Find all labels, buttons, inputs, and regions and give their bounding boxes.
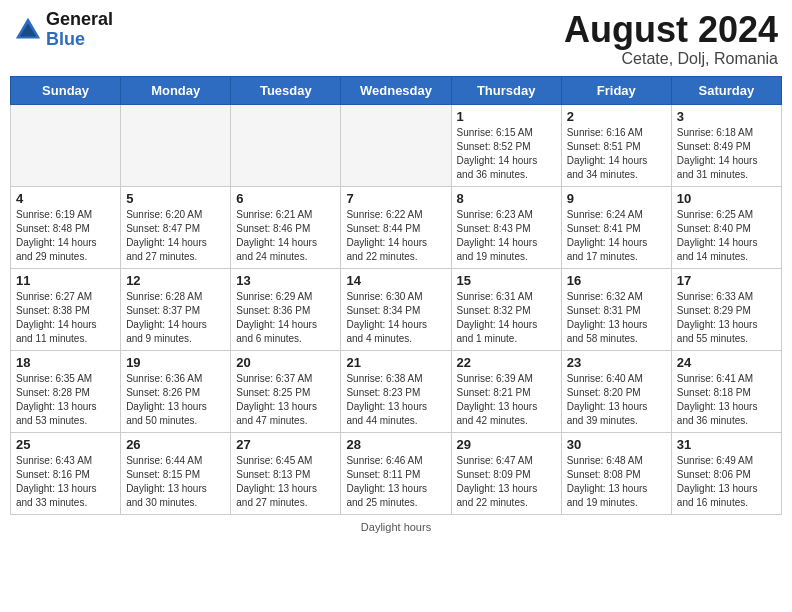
day-number: 15	[457, 273, 556, 288]
page-header: General Blue August 2024 Cetate, Dolj, R…	[10, 10, 782, 68]
day-number: 27	[236, 437, 335, 452]
calendar-cell: 27Sunrise: 6:45 AM Sunset: 8:13 PM Dayli…	[231, 432, 341, 514]
day-header-thursday: Thursday	[451, 76, 561, 104]
day-number: 5	[126, 191, 225, 206]
footer-note: Daylight hours	[10, 521, 782, 533]
day-info: Sunrise: 6:21 AM Sunset: 8:46 PM Dayligh…	[236, 208, 335, 264]
calendar-cell: 1Sunrise: 6:15 AM Sunset: 8:52 PM Daylig…	[451, 104, 561, 186]
calendar-cell: 4Sunrise: 6:19 AM Sunset: 8:48 PM Daylig…	[11, 186, 121, 268]
calendar-cell: 3Sunrise: 6:18 AM Sunset: 8:49 PM Daylig…	[671, 104, 781, 186]
day-number: 20	[236, 355, 335, 370]
day-number: 18	[16, 355, 115, 370]
day-info: Sunrise: 6:23 AM Sunset: 8:43 PM Dayligh…	[457, 208, 556, 264]
calendar-cell: 9Sunrise: 6:24 AM Sunset: 8:41 PM Daylig…	[561, 186, 671, 268]
calendar-cell: 5Sunrise: 6:20 AM Sunset: 8:47 PM Daylig…	[121, 186, 231, 268]
day-header-saturday: Saturday	[671, 76, 781, 104]
day-info: Sunrise: 6:16 AM Sunset: 8:51 PM Dayligh…	[567, 126, 666, 182]
calendar-cell	[11, 104, 121, 186]
day-info: Sunrise: 6:18 AM Sunset: 8:49 PM Dayligh…	[677, 126, 776, 182]
day-info: Sunrise: 6:48 AM Sunset: 8:08 PM Dayligh…	[567, 454, 666, 510]
day-info: Sunrise: 6:25 AM Sunset: 8:40 PM Dayligh…	[677, 208, 776, 264]
calendar-header-row: SundayMondayTuesdayWednesdayThursdayFrid…	[11, 76, 782, 104]
day-info: Sunrise: 6:38 AM Sunset: 8:23 PM Dayligh…	[346, 372, 445, 428]
calendar-cell: 19Sunrise: 6:36 AM Sunset: 8:26 PM Dayli…	[121, 350, 231, 432]
day-number: 11	[16, 273, 115, 288]
day-header-tuesday: Tuesday	[231, 76, 341, 104]
day-header-wednesday: Wednesday	[341, 76, 451, 104]
calendar-cell	[121, 104, 231, 186]
day-number: 6	[236, 191, 335, 206]
calendar-cell: 6Sunrise: 6:21 AM Sunset: 8:46 PM Daylig…	[231, 186, 341, 268]
day-number: 28	[346, 437, 445, 452]
day-number: 23	[567, 355, 666, 370]
calendar-cell	[341, 104, 451, 186]
calendar-week-2: 4Sunrise: 6:19 AM Sunset: 8:48 PM Daylig…	[11, 186, 782, 268]
calendar-cell: 10Sunrise: 6:25 AM Sunset: 8:40 PM Dayli…	[671, 186, 781, 268]
logo-text: General Blue	[46, 10, 113, 50]
day-info: Sunrise: 6:24 AM Sunset: 8:41 PM Dayligh…	[567, 208, 666, 264]
day-number: 10	[677, 191, 776, 206]
day-number: 30	[567, 437, 666, 452]
day-number: 17	[677, 273, 776, 288]
calendar-cell: 28Sunrise: 6:46 AM Sunset: 8:11 PM Dayli…	[341, 432, 451, 514]
calendar-cell: 7Sunrise: 6:22 AM Sunset: 8:44 PM Daylig…	[341, 186, 451, 268]
calendar-cell: 15Sunrise: 6:31 AM Sunset: 8:32 PM Dayli…	[451, 268, 561, 350]
calendar-week-3: 11Sunrise: 6:27 AM Sunset: 8:38 PM Dayli…	[11, 268, 782, 350]
day-info: Sunrise: 6:47 AM Sunset: 8:09 PM Dayligh…	[457, 454, 556, 510]
day-info: Sunrise: 6:40 AM Sunset: 8:20 PM Dayligh…	[567, 372, 666, 428]
day-number: 22	[457, 355, 556, 370]
calendar-cell	[231, 104, 341, 186]
day-info: Sunrise: 6:31 AM Sunset: 8:32 PM Dayligh…	[457, 290, 556, 346]
day-number: 14	[346, 273, 445, 288]
calendar-cell: 2Sunrise: 6:16 AM Sunset: 8:51 PM Daylig…	[561, 104, 671, 186]
day-info: Sunrise: 6:33 AM Sunset: 8:29 PM Dayligh…	[677, 290, 776, 346]
day-number: 24	[677, 355, 776, 370]
day-number: 7	[346, 191, 445, 206]
day-info: Sunrise: 6:43 AM Sunset: 8:16 PM Dayligh…	[16, 454, 115, 510]
day-number: 12	[126, 273, 225, 288]
calendar-cell: 25Sunrise: 6:43 AM Sunset: 8:16 PM Dayli…	[11, 432, 121, 514]
day-number: 1	[457, 109, 556, 124]
day-info: Sunrise: 6:35 AM Sunset: 8:28 PM Dayligh…	[16, 372, 115, 428]
calendar-cell: 13Sunrise: 6:29 AM Sunset: 8:36 PM Dayli…	[231, 268, 341, 350]
calendar-cell: 22Sunrise: 6:39 AM Sunset: 8:21 PM Dayli…	[451, 350, 561, 432]
calendar-cell: 12Sunrise: 6:28 AM Sunset: 8:37 PM Dayli…	[121, 268, 231, 350]
day-number: 2	[567, 109, 666, 124]
day-number: 4	[16, 191, 115, 206]
calendar-cell: 16Sunrise: 6:32 AM Sunset: 8:31 PM Dayli…	[561, 268, 671, 350]
calendar-table: SundayMondayTuesdayWednesdayThursdayFrid…	[10, 76, 782, 515]
calendar-cell: 30Sunrise: 6:48 AM Sunset: 8:08 PM Dayli…	[561, 432, 671, 514]
day-info: Sunrise: 6:20 AM Sunset: 8:47 PM Dayligh…	[126, 208, 225, 264]
calendar-cell: 18Sunrise: 6:35 AM Sunset: 8:28 PM Dayli…	[11, 350, 121, 432]
day-info: Sunrise: 6:29 AM Sunset: 8:36 PM Dayligh…	[236, 290, 335, 346]
day-header-sunday: Sunday	[11, 76, 121, 104]
calendar-week-4: 18Sunrise: 6:35 AM Sunset: 8:28 PM Dayli…	[11, 350, 782, 432]
day-number: 29	[457, 437, 556, 452]
day-number: 3	[677, 109, 776, 124]
calendar-cell: 20Sunrise: 6:37 AM Sunset: 8:25 PM Dayli…	[231, 350, 341, 432]
day-header-monday: Monday	[121, 76, 231, 104]
day-info: Sunrise: 6:28 AM Sunset: 8:37 PM Dayligh…	[126, 290, 225, 346]
day-number: 9	[567, 191, 666, 206]
day-number: 19	[126, 355, 225, 370]
day-header-friday: Friday	[561, 76, 671, 104]
day-number: 21	[346, 355, 445, 370]
day-number: 26	[126, 437, 225, 452]
calendar-cell: 8Sunrise: 6:23 AM Sunset: 8:43 PM Daylig…	[451, 186, 561, 268]
calendar-cell: 14Sunrise: 6:30 AM Sunset: 8:34 PM Dayli…	[341, 268, 451, 350]
day-info: Sunrise: 6:39 AM Sunset: 8:21 PM Dayligh…	[457, 372, 556, 428]
calendar-cell: 29Sunrise: 6:47 AM Sunset: 8:09 PM Dayli…	[451, 432, 561, 514]
calendar-week-1: 1Sunrise: 6:15 AM Sunset: 8:52 PM Daylig…	[11, 104, 782, 186]
day-info: Sunrise: 6:36 AM Sunset: 8:26 PM Dayligh…	[126, 372, 225, 428]
day-info: Sunrise: 6:49 AM Sunset: 8:06 PM Dayligh…	[677, 454, 776, 510]
day-info: Sunrise: 6:32 AM Sunset: 8:31 PM Dayligh…	[567, 290, 666, 346]
calendar-cell: 23Sunrise: 6:40 AM Sunset: 8:20 PM Dayli…	[561, 350, 671, 432]
day-info: Sunrise: 6:46 AM Sunset: 8:11 PM Dayligh…	[346, 454, 445, 510]
day-number: 8	[457, 191, 556, 206]
calendar-cell: 31Sunrise: 6:49 AM Sunset: 8:06 PM Dayli…	[671, 432, 781, 514]
day-number: 16	[567, 273, 666, 288]
calendar-cell: 21Sunrise: 6:38 AM Sunset: 8:23 PM Dayli…	[341, 350, 451, 432]
day-number: 13	[236, 273, 335, 288]
calendar-cell: 26Sunrise: 6:44 AM Sunset: 8:15 PM Dayli…	[121, 432, 231, 514]
location: Cetate, Dolj, Romania	[564, 50, 778, 68]
